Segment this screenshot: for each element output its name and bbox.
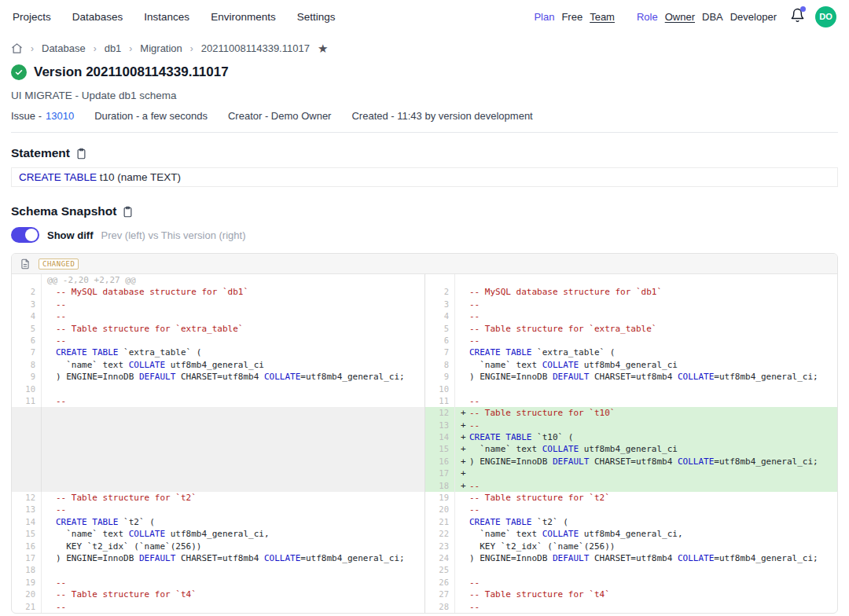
avatar[interactable]: DO — [815, 6, 836, 28]
diff-line: 16 KEY `t2_idx` (`name`(256)) — [12, 541, 424, 552]
line-number: 10 — [12, 383, 42, 395]
nav-item-instances[interactable]: Instances — [144, 11, 189, 23]
breadcrumb-db1[interactable]: db1 — [105, 42, 122, 54]
line-number: 10 — [425, 383, 455, 395]
line-number: 11 — [12, 395, 42, 407]
line-number: 6 — [425, 335, 455, 346]
line-content: -- — [455, 310, 837, 322]
line-content: ) ENGINE=InnoDB DEFAULT CHARSET=utf8mb4 … — [42, 552, 424, 564]
nav-item-databases[interactable]: Databases — [72, 11, 123, 23]
statement-sql: CREATE TABLE t10 (name TEXT) — [11, 167, 838, 187]
diff-line: 3 -- — [425, 299, 837, 310]
show-diff-label: Show diff — [47, 229, 94, 241]
plan-link[interactable]: Plan — [534, 11, 554, 23]
line-content — [455, 564, 837, 576]
line-content: KEY `t2_idx` (`name`(256)) — [42, 541, 424, 552]
diff-pane-left: @@ -2,20 +2,27 @@2 -- MySQL database str… — [12, 274, 424, 613]
line-content — [455, 383, 837, 395]
main-content: › Database › db1 › Migration › 202110081… — [0, 42, 849, 614]
diff-line: 7 CREATE TABLE `extra_table` ( — [12, 346, 424, 358]
line-content — [42, 443, 424, 455]
diff-line: 4 -- — [12, 310, 424, 322]
line-content: -- — [42, 310, 424, 322]
line-number: 16 — [12, 541, 42, 552]
line-number — [425, 274, 455, 286]
diff-line-added: 13+-- — [425, 420, 837, 431]
line-number: 6 — [12, 335, 42, 346]
diff-line: 10 — [12, 383, 424, 395]
notifications-button[interactable] — [790, 8, 805, 25]
nav-item-projects[interactable]: Projects — [13, 11, 51, 23]
line-content: ) ENGINE=InnoDB DEFAULT CHARSET=utf8mb4 … — [42, 371, 424, 383]
line-number: 18 — [12, 564, 42, 576]
diff-hunk-line: @@ -2,20 +2,27 @@ — [12, 274, 424, 286]
issue-link[interactable]: 13010 — [46, 110, 74, 122]
diff-line: 22 `name` text COLLATE utf8mb4_general_c… — [425, 528, 837, 540]
line-content: -- Table structure for `t2` — [455, 492, 837, 504]
star-icon[interactable]: ★ — [318, 42, 328, 54]
diff-line: 5 -- Table structure for `extra_table` — [12, 323, 424, 335]
diff-line-placeholder — [12, 456, 424, 468]
role-link[interactable]: Role — [637, 11, 658, 23]
diff-line: 20 -- Table structure for `t4` — [12, 588, 424, 600]
line-number — [12, 407, 42, 419]
breadcrumb-migration[interactable]: Migration — [140, 42, 182, 54]
line-number — [12, 468, 42, 479]
line-number: 21 — [12, 601, 42, 613]
line-number: 5 — [12, 323, 42, 335]
line-number: 8 — [425, 359, 455, 371]
diff-line: 21 -- — [12, 601, 424, 613]
top-nav: Projects Databases Instances Environment… — [0, 0, 849, 33]
diff-line: 23 KEY `t2_idx` (`name`(256)) — [425, 541, 837, 552]
diff-pane-right: 2 -- MySQL database structure for `db1`3… — [424, 274, 837, 613]
diff-line: 3 -- — [12, 299, 424, 310]
line-content: +) ENGINE=InnoDB DEFAULT CHARSET=utf8mb4… — [455, 456, 837, 468]
line-content: CREATE TABLE `t2` ( — [42, 516, 424, 528]
breadcrumb-database[interactable]: Database — [42, 42, 86, 54]
chevron-right-icon: › — [129, 43, 132, 54]
line-number: 28 — [425, 601, 455, 613]
line-content — [42, 480, 424, 492]
line-content: -- — [455, 395, 837, 407]
show-diff-row: Show diff Prev (left) vs This version (r… — [11, 227, 838, 243]
diff-line: 24 ) ENGINE=InnoDB DEFAULT CHARSET=utf8m… — [425, 552, 837, 564]
notification-badge — [800, 6, 806, 12]
nav-item-settings[interactable]: Settings — [297, 11, 336, 23]
line-content: CREATE TABLE `t2` ( — [455, 516, 837, 528]
role-owner-link[interactable]: Owner — [665, 11, 695, 23]
copy-schema-button[interactable] — [122, 206, 134, 218]
line-content: -- Table structure for `t4` — [455, 588, 837, 600]
diff-line-added: 15+ `name` text COLLATE utf8mb4_general_… — [425, 443, 837, 455]
diff-line-added: 16+) ENGINE=InnoDB DEFAULT CHARSET=utf8m… — [425, 456, 837, 468]
nav-item-environments[interactable]: Environments — [211, 11, 276, 23]
line-content: `name` text COLLATE utf8mb4_general_ci, — [42, 528, 424, 540]
line-number: 7 — [12, 346, 42, 358]
role-developer-link[interactable]: Developer — [730, 11, 777, 23]
line-content — [42, 564, 424, 576]
line-content: +-- — [455, 480, 837, 492]
changed-badge: CHANGED — [39, 258, 79, 270]
diff-line-placeholder — [12, 443, 424, 455]
copy-statement-button[interactable] — [75, 148, 87, 160]
diff-line: 8 `name` text COLLATE utf8mb4_general_ci — [12, 359, 424, 371]
show-diff-toggle[interactable] — [11, 227, 39, 243]
clipboard-icon — [122, 206, 134, 218]
home-icon[interactable] — [11, 42, 23, 54]
diff-line: 15 `name` text COLLATE utf8mb4_general_c… — [12, 528, 424, 540]
line-content: + `name` text COLLATE utf8mb4_general_ci — [455, 443, 837, 455]
breadcrumb-version[interactable]: 20211008114339.11017 — [201, 42, 310, 54]
line-number: 14 — [425, 431, 455, 443]
line-number — [12, 456, 42, 468]
line-number — [12, 480, 42, 492]
role-dba-link[interactable]: DBA — [702, 11, 723, 23]
diff-body: @@ -2,20 +2,27 @@2 -- MySQL database str… — [12, 274, 837, 613]
diff-line-placeholder — [12, 468, 424, 479]
title-row: Version 20211008114339.11017 — [11, 64, 838, 80]
sql-keyword: CREATE TABLE — [19, 171, 97, 183]
line-content — [42, 383, 424, 395]
plan-team-link[interactable]: Team — [590, 11, 615, 23]
line-number: 9 — [12, 371, 42, 383]
diff-line: 4 -- — [425, 310, 837, 322]
line-content: KEY `t2_idx` (`name`(256)) — [455, 541, 837, 552]
line-content: -- — [455, 601, 837, 613]
